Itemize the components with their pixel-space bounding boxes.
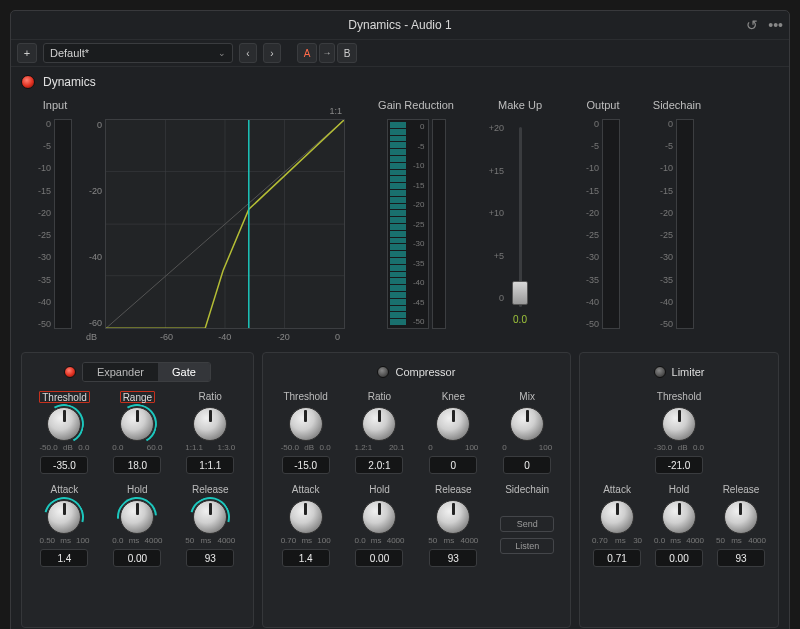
section-name: Dynamics	[43, 75, 96, 89]
gr-meter-2	[432, 119, 446, 329]
preset-next-button[interactable]: ›	[263, 43, 281, 63]
section-header: Dynamics	[11, 67, 789, 97]
lim-title: Limiter	[672, 366, 705, 378]
expander-tab[interactable]: Expander	[83, 363, 158, 381]
input-label: Input	[43, 99, 67, 113]
gate-threshold-value[interactable]: -35.0	[40, 456, 88, 474]
preset-name: Default*	[50, 47, 89, 59]
lim-power[interactable]	[654, 366, 666, 378]
comp-attack-knob[interactable]	[289, 500, 323, 534]
gr-label: Gain Reduction	[378, 99, 454, 113]
gate-attack-knob[interactable]	[47, 500, 81, 534]
gate-range-knob[interactable]	[120, 407, 154, 441]
gate-release-knob[interactable]	[193, 500, 227, 534]
lim-release-knob[interactable]	[724, 500, 758, 534]
preset-prev-button[interactable]: ‹	[239, 43, 257, 63]
gate-threshold-label: Threshold	[39, 391, 89, 403]
gate-range-label: Range	[120, 391, 155, 403]
limiter-panel: Limiter Threshold-30.0dB0.0-21.0 Attack0…	[579, 352, 779, 628]
gate-power[interactable]	[64, 366, 76, 378]
input-ticks: 0-5-10-15-20-25-30-35-40-50	[38, 119, 51, 329]
makeup-value: 0.0	[500, 314, 540, 325]
makeup-slider[interactable]: +20+15+10+50 0.0	[508, 119, 532, 329]
window-title: Dynamics - Audio 1	[11, 18, 789, 32]
compressor-panel: Compressor Threshold-50.0dB0.0-15.0 Rati…	[262, 352, 571, 628]
add-preset-button[interactable]: +	[17, 43, 37, 63]
gate-ratio-knob[interactable]	[193, 407, 227, 441]
gate-mode-segment: Expander Gate	[82, 362, 211, 382]
makeup-label: Make Up	[498, 99, 542, 113]
output-label: Output	[586, 99, 619, 113]
dynamics-window: Dynamics - Audio 1 ↺ ••• + Default* ⌄ ‹ …	[10, 10, 790, 629]
lim-hold-knob[interactable]	[662, 500, 696, 534]
lim-attack-knob[interactable]	[600, 500, 634, 534]
gate-panel: Expander Gate Threshold -50.0dB0.0 -35.0…	[21, 352, 254, 628]
comp-hold-knob[interactable]	[362, 500, 396, 534]
makeup-handle[interactable]	[512, 281, 528, 305]
comp-release-knob[interactable]	[436, 500, 470, 534]
ab-swap-button[interactable]: →	[319, 43, 335, 63]
gr-meter: 0-5-10-15-20-25-30-35-40-45-50	[387, 119, 429, 329]
history-icon[interactable]: ↺	[746, 17, 758, 33]
chevron-down-icon: ⌄	[218, 48, 226, 58]
comp-power[interactable]	[377, 366, 389, 378]
comp-knee-knob[interactable]	[436, 407, 470, 441]
lim-threshold-knob[interactable]	[662, 407, 696, 441]
transfer-curve: 1:1 0-20-40-60 dB	[105, 119, 345, 329]
output-meter	[602, 119, 620, 329]
sidechain-meter	[676, 119, 694, 329]
gate-threshold-knob[interactable]	[47, 407, 81, 441]
sidechain-label: Sidechain	[653, 99, 701, 113]
ratio-readout: 1:1	[329, 106, 342, 116]
gate-range-value[interactable]: 18.0	[113, 456, 161, 474]
comp-threshold-knob[interactable]	[289, 407, 323, 441]
gate-tab[interactable]: Gate	[158, 363, 210, 381]
comp-ratio-knob[interactable]	[362, 407, 396, 441]
gate-ratio-label: Ratio	[199, 391, 222, 403]
ab-b-button[interactable]: B	[337, 43, 357, 63]
preset-bar: + Default* ⌄ ‹ › A → B	[11, 39, 789, 67]
gate-hold-knob[interactable]	[120, 500, 154, 534]
power-toggle[interactable]	[21, 75, 35, 89]
sidechain-listen-button[interactable]: Listen	[500, 538, 554, 554]
comp-mix-knob[interactable]	[510, 407, 544, 441]
gate-ratio-value[interactable]: 1:1.1	[186, 456, 234, 474]
more-icon[interactable]: •••	[768, 17, 783, 33]
input-meter	[54, 119, 72, 329]
preset-select[interactable]: Default* ⌄	[43, 43, 233, 63]
sidechain-send-button[interactable]: Send	[500, 516, 554, 532]
ab-a-button[interactable]: A	[297, 43, 317, 63]
titlebar: Dynamics - Audio 1 ↺ •••	[11, 11, 789, 39]
comp-title: Compressor	[395, 366, 455, 378]
